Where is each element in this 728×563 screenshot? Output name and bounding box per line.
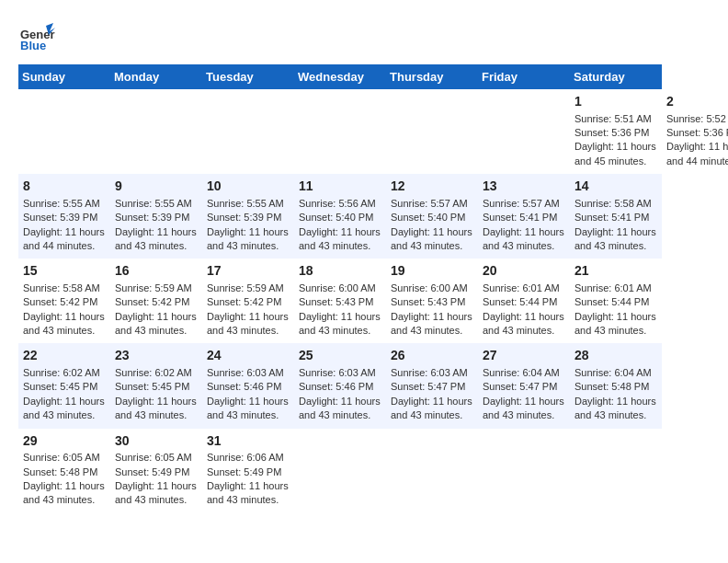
calendar-cell: 22Sunrise: 6:02 AMSunset: 5:45 PMDayligh… <box>18 343 110 428</box>
sunrise-info: Sunrise: 6:01 AMSunset: 5:44 PMDaylight:… <box>574 282 656 336</box>
calendar-cell: 24Sunrise: 6:03 AMSunset: 5:46 PMDayligh… <box>202 343 294 428</box>
day-number: 10 <box>207 178 290 196</box>
day-number: 17 <box>207 262 290 281</box>
calendar-cell: 10Sunrise: 5:55 AMSunset: 5:39 PMDayligh… <box>202 174 294 259</box>
calendar-cell <box>386 429 478 513</box>
sunrise-info: Sunrise: 5:58 AMSunset: 5:42 PMDaylight:… <box>23 282 105 336</box>
calendar-cell: 20Sunrise: 6:01 AMSunset: 5:44 PMDayligh… <box>478 259 570 343</box>
svg-text:Blue: Blue <box>20 39 46 52</box>
day-number: 24 <box>207 347 290 365</box>
header-thursday: Thursday <box>386 64 478 89</box>
sunrise-info: Sunrise: 5:51 AMSunset: 5:36 PMDaylight:… <box>574 113 656 167</box>
day-number: 2 <box>666 93 728 111</box>
calendar-cell: 23Sunrise: 6:02 AMSunset: 5:45 PMDayligh… <box>110 343 202 428</box>
sunrise-info: Sunrise: 5:55 AMSunset: 5:39 PMDaylight:… <box>115 198 197 251</box>
day-number: 29 <box>23 432 106 451</box>
sunrise-info: Sunrise: 6:04 AMSunset: 5:47 PMDaylight:… <box>483 367 564 420</box>
header-wednesday: Wednesday <box>294 64 386 89</box>
sunrise-info: Sunrise: 6:04 AMSunset: 5:48 PMDaylight:… <box>574 367 656 420</box>
sunrise-info: Sunrise: 5:58 AMSunset: 5:41 PMDaylight:… <box>574 198 656 251</box>
header-tuesday: Tuesday <box>202 64 294 89</box>
header-sunday: Sunday <box>18 64 110 89</box>
sunrise-info: Sunrise: 5:59 AMSunset: 5:42 PMDaylight:… <box>115 282 197 336</box>
sunrise-info: Sunrise: 6:00 AMSunset: 5:43 PMDaylight:… <box>391 282 472 336</box>
sunrise-info: Sunrise: 6:05 AMSunset: 5:48 PMDaylight:… <box>23 452 105 505</box>
day-number: 19 <box>391 262 473 281</box>
day-number: 9 <box>115 178 198 196</box>
calendar-cell <box>478 429 570 513</box>
calendar-cell: 2Sunrise: 5:52 AMSunset: 5:36 PMDaylight… <box>662 89 728 174</box>
sunrise-info: Sunrise: 6:02 AMSunset: 5:45 PMDaylight:… <box>115 367 197 420</box>
calendar-cell <box>110 89 202 174</box>
sunrise-info: Sunrise: 6:01 AMSunset: 5:44 PMDaylight:… <box>483 282 564 336</box>
sunrise-info: Sunrise: 6:03 AMSunset: 5:46 PMDaylight:… <box>299 367 381 420</box>
calendar-cell <box>386 89 478 174</box>
calendar-cell: 29Sunrise: 6:05 AMSunset: 5:48 PMDayligh… <box>18 429 110 513</box>
sunrise-info: Sunrise: 5:57 AMSunset: 5:41 PMDaylight:… <box>483 198 564 251</box>
calendar-cell: 9Sunrise: 5:55 AMSunset: 5:39 PMDaylight… <box>110 174 202 259</box>
day-number: 16 <box>115 262 198 281</box>
day-number: 14 <box>574 178 657 196</box>
week-row-2: 8Sunrise: 5:55 AMSunset: 5:39 PMDaylight… <box>18 174 728 259</box>
calendar-cell: 13Sunrise: 5:57 AMSunset: 5:41 PMDayligh… <box>478 174 570 259</box>
calendar-cell: 8Sunrise: 5:55 AMSunset: 5:39 PMDaylight… <box>18 174 110 259</box>
calendar-table: SundayMondayTuesdayWednesdayThursdayFrid… <box>18 64 728 513</box>
week-row-4: 22Sunrise: 6:02 AMSunset: 5:45 PMDayligh… <box>18 343 728 428</box>
sunrise-info: Sunrise: 5:52 AMSunset: 5:36 PMDaylight:… <box>666 113 728 167</box>
day-number: 15 <box>23 262 106 281</box>
day-number: 23 <box>115 347 198 365</box>
calendar-cell: 19Sunrise: 6:00 AMSunset: 5:43 PMDayligh… <box>386 259 478 343</box>
day-number: 30 <box>115 432 198 451</box>
header-monday: Monday <box>110 64 202 89</box>
sunrise-info: Sunrise: 6:03 AMSunset: 5:47 PMDaylight:… <box>391 367 472 420</box>
sunrise-info: Sunrise: 5:59 AMSunset: 5:42 PMDaylight:… <box>207 282 289 336</box>
calendar-cell: 18Sunrise: 6:00 AMSunset: 5:43 PMDayligh… <box>294 259 386 343</box>
calendar-cell: 1Sunrise: 5:51 AMSunset: 5:36 PMDaylight… <box>570 89 662 174</box>
calendar-cell <box>202 89 294 174</box>
page-header: General Blue <box>18 18 710 55</box>
calendar-cell: 28Sunrise: 6:04 AMSunset: 5:48 PMDayligh… <box>570 343 662 428</box>
day-number: 26 <box>391 347 473 365</box>
day-number: 25 <box>299 347 381 365</box>
calendar-cell <box>294 89 386 174</box>
calendar-cell: 26Sunrise: 6:03 AMSunset: 5:47 PMDayligh… <box>386 343 478 428</box>
day-number: 8 <box>23 178 106 196</box>
week-row-3: 15Sunrise: 5:58 AMSunset: 5:42 PMDayligh… <box>18 259 728 343</box>
calendar-cell <box>18 89 110 174</box>
sunrise-info: Sunrise: 6:06 AMSunset: 5:49 PMDaylight:… <box>207 452 289 505</box>
calendar-cell: 17Sunrise: 5:59 AMSunset: 5:42 PMDayligh… <box>202 259 294 343</box>
sunrise-info: Sunrise: 5:55 AMSunset: 5:39 PMDaylight:… <box>207 198 289 251</box>
week-row-5: 29Sunrise: 6:05 AMSunset: 5:48 PMDayligh… <box>18 429 728 513</box>
calendar-cell: 16Sunrise: 5:59 AMSunset: 5:42 PMDayligh… <box>110 259 202 343</box>
calendar-cell: 27Sunrise: 6:04 AMSunset: 5:47 PMDayligh… <box>478 343 570 428</box>
calendar-header-row: SundayMondayTuesdayWednesdayThursdayFrid… <box>18 64 728 89</box>
sunrise-info: Sunrise: 5:55 AMSunset: 5:39 PMDaylight:… <box>23 198 105 251</box>
calendar-cell: 30Sunrise: 6:05 AMSunset: 5:49 PMDayligh… <box>110 429 202 513</box>
logo: General Blue <box>18 18 55 55</box>
sunrise-info: Sunrise: 6:00 AMSunset: 5:43 PMDaylight:… <box>299 282 381 336</box>
day-number: 27 <box>483 347 565 365</box>
sunrise-info: Sunrise: 6:05 AMSunset: 5:49 PMDaylight:… <box>115 452 197 505</box>
calendar-cell: 21Sunrise: 6:01 AMSunset: 5:44 PMDayligh… <box>570 259 662 343</box>
sunrise-info: Sunrise: 5:56 AMSunset: 5:40 PMDaylight:… <box>299 198 381 251</box>
calendar-cell: 31Sunrise: 6:06 AMSunset: 5:49 PMDayligh… <box>202 429 294 513</box>
day-number: 22 <box>23 347 106 365</box>
day-number: 21 <box>574 262 657 281</box>
sunrise-info: Sunrise: 5:57 AMSunset: 5:40 PMDaylight:… <box>391 198 472 251</box>
sunrise-info: Sunrise: 6:02 AMSunset: 5:45 PMDaylight:… <box>23 367 105 420</box>
header-friday: Friday <box>478 64 570 89</box>
calendar-cell <box>294 429 386 513</box>
calendar-cell <box>478 89 570 174</box>
calendar-cell: 14Sunrise: 5:58 AMSunset: 5:41 PMDayligh… <box>570 174 662 259</box>
day-number: 18 <box>299 262 381 281</box>
day-number: 11 <box>299 178 381 196</box>
week-row-1: 1Sunrise: 5:51 AMSunset: 5:36 PMDaylight… <box>18 89 728 174</box>
calendar-cell <box>570 429 662 513</box>
day-number: 20 <box>483 262 565 281</box>
day-number: 1 <box>574 93 657 111</box>
day-number: 13 <box>483 178 565 196</box>
calendar-cell: 15Sunrise: 5:58 AMSunset: 5:42 PMDayligh… <box>18 259 110 343</box>
calendar-cell: 25Sunrise: 6:03 AMSunset: 5:46 PMDayligh… <box>294 343 386 428</box>
calendar-cell: 12Sunrise: 5:57 AMSunset: 5:40 PMDayligh… <box>386 174 478 259</box>
sunrise-info: Sunrise: 6:03 AMSunset: 5:46 PMDaylight:… <box>207 367 289 420</box>
